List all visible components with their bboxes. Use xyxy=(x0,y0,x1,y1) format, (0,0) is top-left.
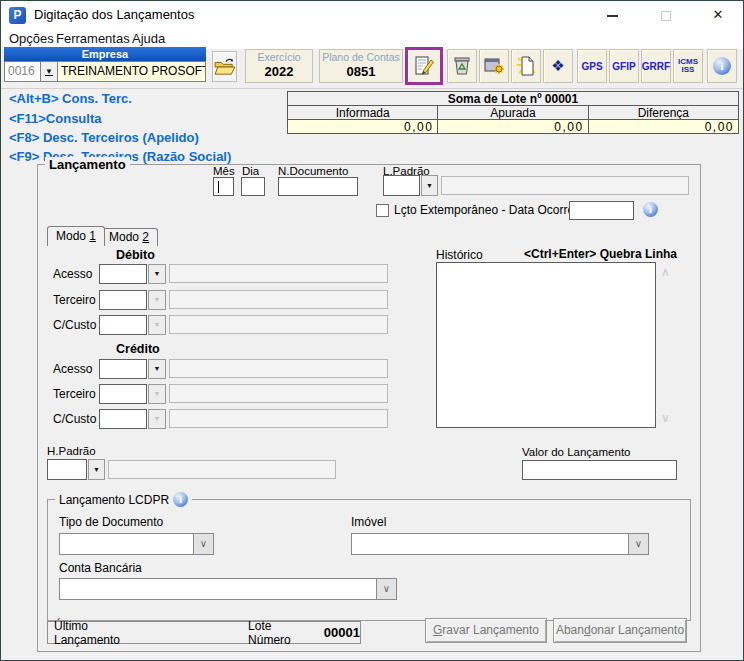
icms-iss-button[interactable]: ICMSISS xyxy=(673,49,703,83)
credito-ccusto-row: C/Custo ▼ xyxy=(53,408,388,429)
credito-terceiro-dropdown-button[interactable]: ▼ xyxy=(148,384,166,404)
minimize-icon xyxy=(607,15,618,17)
historico-textarea[interactable] xyxy=(436,262,656,428)
hpadrao-label: H.Padrão xyxy=(47,445,96,457)
menu-ferramentas[interactable]: Ferramentas xyxy=(56,31,130,46)
lpadrao-description-field xyxy=(441,176,689,195)
dropdown-icon: ▼ xyxy=(154,365,161,372)
valor-input[interactable] xyxy=(522,460,677,480)
gravar-lancamento-button[interactable]: Gravar Lançamento xyxy=(425,618,547,643)
abandonar-lancamento-button[interactable]: Abandonar Lançamento xyxy=(553,618,687,643)
chevron-down-icon: ∨ xyxy=(628,534,648,554)
debito-ccusto-row: C/Custo ▼ xyxy=(53,314,388,335)
mes-input[interactable] xyxy=(213,177,234,196)
maximize-button[interactable] xyxy=(651,5,681,25)
info-icon: i xyxy=(713,57,731,75)
debito-terceiro-dropdown-button[interactable]: ▼ xyxy=(148,290,166,310)
hpadrao-input[interactable] xyxy=(47,459,87,480)
documento-label: N.Documento xyxy=(278,165,348,177)
documento-input[interactable] xyxy=(278,177,358,196)
value-diferenca: 0,00 xyxy=(588,119,739,134)
credito-terceiro-label: Terceiro xyxy=(53,387,99,401)
window-gear-icon xyxy=(483,55,505,77)
new-document-icon xyxy=(515,55,537,77)
grrf-button[interactable]: GRRF xyxy=(641,49,671,83)
knot-tool-button[interactable]: ❖ xyxy=(543,49,573,83)
new-document-button[interactable] xyxy=(511,49,541,83)
link-consulta[interactable]: <F11>Consulta xyxy=(9,111,101,126)
lote-summary-title: Soma de Lote nº 00001 xyxy=(287,91,739,106)
close-button[interactable]: ✕ xyxy=(703,5,733,25)
gfip-button[interactable]: GFIP xyxy=(609,49,639,83)
credito-acesso-dropdown-button[interactable]: ▼ xyxy=(148,359,166,379)
empresa-code-input[interactable]: 0016 xyxy=(4,61,41,82)
lpadrao-dropdown-button[interactable]: ▼ xyxy=(421,175,438,196)
menu-opcoes[interactable]: Opções xyxy=(9,31,54,46)
debito-acesso-input[interactable] xyxy=(99,264,147,284)
settings-window-button[interactable] xyxy=(479,49,509,83)
dropdown-icon: ▼ xyxy=(154,415,161,422)
dropdown-icon: ▼ xyxy=(154,321,161,328)
open-company-button[interactable] xyxy=(212,51,237,82)
extemporaneo-checkbox[interactable] xyxy=(376,204,389,217)
tab-modo-1[interactable]: Modo 1 xyxy=(47,226,105,246)
historico-label: Histórico xyxy=(436,248,483,262)
link-cons-terc[interactable]: <Alt+B> Cons. Terc. xyxy=(9,91,132,106)
minimize-button[interactable] xyxy=(597,5,627,25)
dia-input[interactable] xyxy=(241,177,265,196)
lcdpr-info-icon[interactable]: i xyxy=(173,492,188,507)
exercicio-value: 2022 xyxy=(246,64,312,79)
lote-numero-label: Lote Número xyxy=(248,619,314,647)
credito-acesso-input[interactable] xyxy=(99,359,147,379)
credito-terceiro-row: Terceiro ▼ xyxy=(53,383,388,404)
delete-button[interactable] xyxy=(447,49,477,83)
debito-acesso-row: Acesso ▼ xyxy=(53,263,388,284)
conta-bancaria-select[interactable]: ∨ xyxy=(59,578,397,600)
scroll-up-icon[interactable]: ∧ xyxy=(661,266,670,278)
imovel-select[interactable]: ∨ xyxy=(351,533,649,555)
debito-terceiro-input[interactable] xyxy=(99,290,147,310)
tab-modo-2[interactable]: Modo 2 xyxy=(100,228,158,246)
credito-terceiro-description-field xyxy=(169,384,388,403)
col-diferenca: Diferença xyxy=(588,105,739,120)
dropdown-icon: ▼ xyxy=(426,182,433,189)
app-window: P Digitação dos Lançamentos ✕ Opções Fer… xyxy=(0,0,744,661)
value-apurada: 0,00 xyxy=(437,119,588,134)
credito-ccusto-input[interactable] xyxy=(99,409,147,429)
extemporaneo-label: Lçto Extemporâneo - Data Ocorrência xyxy=(394,203,596,217)
empresa-name-field[interactable]: TREINAMENTO PROSOFT xyxy=(57,61,206,82)
mes-label: Mês xyxy=(213,165,235,177)
exercicio-label: Exercício xyxy=(246,51,312,63)
chevron-down-icon: ∨ xyxy=(193,534,213,554)
gfip-label: GFIP xyxy=(612,61,635,72)
lote-numero-value: 00001 xyxy=(324,625,360,640)
open-folder-icon xyxy=(214,58,236,76)
credito-ccusto-dropdown-button[interactable]: ▼ xyxy=(148,409,166,429)
debito-terceiro-description-field xyxy=(169,290,388,309)
empresa-dropdown-button[interactable]: ▼ xyxy=(40,61,58,82)
lpadrao-input[interactable] xyxy=(383,175,420,196)
link-desc-terceiros-apelido[interactable]: <F8> Desc. Terceiros (Apelido) xyxy=(9,130,199,145)
dropdown-icon: ▼ xyxy=(93,466,100,473)
data-ocorrencia-input[interactable] xyxy=(569,201,634,220)
debito-acesso-dropdown-button[interactable]: ▼ xyxy=(148,264,166,284)
gps-button[interactable]: GPS xyxy=(577,49,607,83)
debito-ccusto-dropdown-button[interactable]: ▼ xyxy=(148,315,166,335)
tipo-documento-select[interactable]: ∨ xyxy=(59,533,214,555)
dia-label: Dia xyxy=(242,165,259,177)
col-informada: Informada xyxy=(287,105,438,120)
knot-icon: ❖ xyxy=(551,57,564,75)
hpadrao-dropdown-button[interactable]: ▼ xyxy=(88,459,105,480)
info-button[interactable]: i xyxy=(707,49,737,83)
scroll-down-icon[interactable]: ∨ xyxy=(661,412,670,424)
extemporaneo-info-icon[interactable]: i xyxy=(643,202,658,217)
menu-ajuda[interactable]: Ajuda xyxy=(132,31,165,46)
credito-terceiro-input[interactable] xyxy=(99,384,147,404)
lote-summary-table: Soma de Lote nº 00001 Informada Apurada … xyxy=(287,91,739,134)
credito-ccusto-description-field xyxy=(169,409,388,428)
debito-ccusto-input[interactable] xyxy=(99,315,147,335)
edit-document-button[interactable] xyxy=(405,47,443,85)
plano-contas-panel: Plano de Contas 0851 xyxy=(319,49,403,83)
icms-iss-label: ICMSISS xyxy=(678,58,698,74)
col-apurada: Apurada xyxy=(437,105,588,120)
